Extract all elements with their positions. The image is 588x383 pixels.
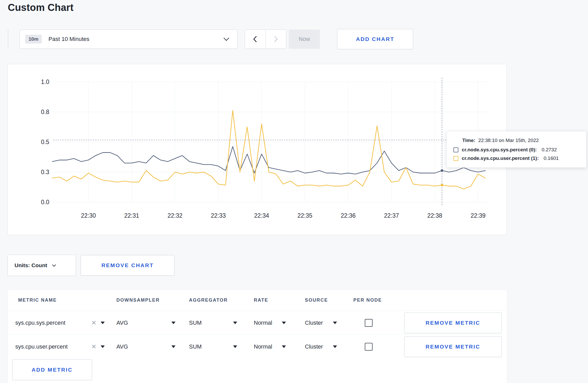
- per-node-cell: [358, 335, 379, 359]
- svg-text:22:35: 22:35: [297, 212, 312, 219]
- toolbar-divider: [8, 30, 8, 49]
- clear-metric-icon[interactable]: ✕: [91, 344, 96, 350]
- downsampler-select[interactable]: AVG: [116, 335, 176, 359]
- svg-text:22:36: 22:36: [341, 212, 356, 219]
- metric-row: sys.cpu.sys.percent ✕ AVG SUM Normal Clu…: [8, 311, 507, 335]
- metric-row: sys.cpu.user.percent ✕ AVG SUM Normal Cl…: [8, 335, 507, 359]
- dropdown-caret-icon: [233, 345, 237, 348]
- tooltip-series-name: cr.node.sys.cpu.sys.percent (0):: [462, 147, 537, 153]
- col-header-per-node: PER NODE: [353, 297, 382, 303]
- svg-text:22:37: 22:37: [384, 212, 399, 219]
- downsampler-select[interactable]: AVG: [116, 311, 176, 335]
- time-window-badge: 10m: [25, 35, 42, 44]
- units-label: Units: Count: [15, 262, 47, 268]
- svg-text:22:34: 22:34: [254, 212, 269, 219]
- clear-metric-icon[interactable]: ✕: [91, 320, 96, 326]
- time-range-select[interactable]: 10m Past 10 Minutes: [20, 30, 237, 49]
- add-chart-button[interactable]: ADD CHART: [337, 29, 413, 49]
- prev-time-button[interactable]: [245, 30, 265, 48]
- tooltip-series-value: 0.1601: [544, 155, 559, 161]
- source-value: Cluster: [305, 320, 323, 326]
- now-button[interactable]: Now: [289, 30, 320, 49]
- user-series-swatch-icon: [453, 156, 458, 161]
- svg-text:0.3: 0.3: [41, 169, 49, 175]
- chevron-down-icon: [52, 264, 56, 267]
- dropdown-caret-icon: [101, 345, 105, 348]
- tooltip-time-value: 22:38:10 on Mar 15th, 2022: [478, 138, 539, 143]
- chevron-down-icon: [223, 37, 229, 41]
- rate-select[interactable]: Normal: [254, 335, 286, 359]
- dropdown-caret-icon: [101, 322, 105, 324]
- tooltip-series-row: cr.node.sys.cpu.sys.percent (0): 0.2732: [453, 147, 579, 153]
- svg-text:22:31: 22:31: [124, 212, 139, 219]
- time-range-label: Past 10 Minutes: [48, 36, 223, 42]
- add-metric-button[interactable]: ADD METRIC: [12, 359, 92, 380]
- svg-text:0.8: 0.8: [41, 109, 49, 115]
- page-title: Custom Chart: [8, 2, 74, 13]
- remove-chart-button[interactable]: REMOVE CHART: [81, 255, 174, 276]
- per-node-checkbox[interactable]: [365, 319, 373, 327]
- time-pager: [245, 30, 286, 49]
- aggregator-value: SUM: [189, 343, 202, 350]
- svg-text:22:32: 22:32: [167, 212, 183, 219]
- dropdown-caret-icon: [333, 322, 337, 324]
- dropdown-caret-icon: [333, 345, 337, 348]
- aggregator-select[interactable]: SUM: [189, 335, 237, 359]
- aggregator-value: SUM: [189, 320, 202, 326]
- col-header-aggregator: AGGREGATOR: [189, 297, 228, 303]
- per-node-checkbox[interactable]: [365, 343, 373, 351]
- dropdown-caret-icon: [282, 345, 286, 348]
- tooltip-series-row: cr.node.sys.cpu.user.percent (1): 0.1601: [453, 155, 579, 161]
- per-node-cell: [358, 311, 379, 335]
- dropdown-caret-icon: [171, 322, 176, 324]
- chart-card: 0.00.30.50.81.022:3022:3122:3222:3322:34…: [8, 64, 507, 235]
- rate-select[interactable]: Normal: [254, 311, 286, 335]
- svg-text:22:30: 22:30: [81, 212, 96, 219]
- dropdown-caret-icon: [233, 322, 237, 324]
- svg-text:22:39: 22:39: [471, 212, 486, 219]
- metric-name-select[interactable]: sys.cpu.sys.percent ✕: [15, 311, 105, 335]
- col-header-rate: RATE: [254, 297, 268, 303]
- source-value: Cluster: [305, 343, 323, 350]
- dropdown-caret-icon: [282, 322, 286, 324]
- aggregator-select[interactable]: SUM: [189, 311, 237, 335]
- tooltip-series-name: cr.node.sys.cpu.user.percent (1):: [462, 155, 539, 161]
- dropdown-caret-icon: [171, 345, 176, 348]
- svg-text:1.0: 1.0: [41, 79, 49, 85]
- remove-metric-cell: REMOVE METRIC: [404, 335, 502, 359]
- units-select[interactable]: Units: Count: [8, 255, 76, 276]
- metric-name-select[interactable]: sys.cpu.user.percent ✕: [15, 335, 105, 359]
- chart-tooltip: Time: 22:38:10 on Mar 15th, 2022 cr.node…: [446, 131, 586, 168]
- source-select[interactable]: Cluster: [305, 335, 337, 359]
- remove-metric-button[interactable]: REMOVE METRIC: [404, 313, 502, 333]
- metric-name-value: sys.cpu.sys.percent: [15, 320, 65, 326]
- remove-metric-cell: REMOVE METRIC: [404, 311, 502, 335]
- downsampler-value: AVG: [116, 343, 128, 350]
- svg-text:0.0: 0.0: [41, 199, 49, 205]
- downsampler-value: AVG: [116, 320, 128, 326]
- rate-value: Normal: [254, 320, 272, 326]
- rate-value: Normal: [254, 343, 272, 350]
- chevron-right-icon: [274, 36, 278, 43]
- svg-text:22:38: 22:38: [427, 212, 442, 219]
- tooltip-time-label: Time:: [462, 138, 475, 143]
- tooltip-series-value: 0.2732: [542, 147, 557, 153]
- tooltip-time: Time: 22:38:10 on Mar 15th, 2022: [462, 138, 579, 143]
- svg-text:0.5: 0.5: [41, 139, 49, 145]
- chevron-left-icon: [253, 36, 257, 43]
- sys-series-swatch-icon: [453, 147, 458, 152]
- metrics-table: METRIC NAME DOWNSAMPLER AGGREGATOR RATE …: [8, 289, 507, 383]
- svg-text:22:33: 22:33: [211, 212, 226, 219]
- time-series-chart[interactable]: 0.00.30.50.81.022:3022:3122:3222:3322:34…: [8, 64, 506, 235]
- col-header-source: SOURCE: [305, 297, 328, 303]
- source-select[interactable]: Cluster: [305, 311, 337, 335]
- col-header-downsampler: DOWNSAMPLER: [116, 297, 160, 303]
- remove-metric-button[interactable]: REMOVE METRIC: [404, 336, 502, 357]
- col-header-metric-name: METRIC NAME: [18, 297, 57, 303]
- next-time-button[interactable]: [266, 30, 286, 48]
- custom-chart-page: Custom Chart 10m Past 10 Minutes Now ADD…: [0, 0, 588, 383]
- metric-name-value: sys.cpu.user.percent: [15, 343, 68, 350]
